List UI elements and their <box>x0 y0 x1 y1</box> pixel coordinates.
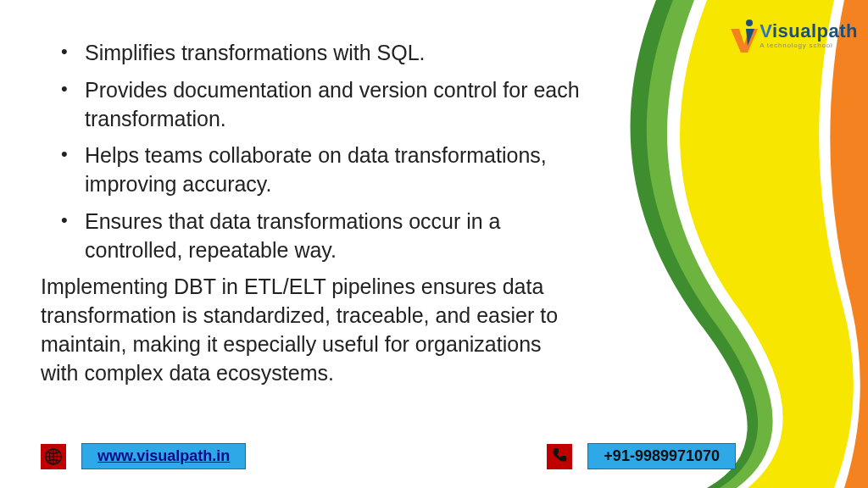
logo-mark <box>729 19 758 53</box>
brand-logo: Visualpath A technology school <box>729 19 858 53</box>
summary-paragraph: Implementing DBT in ETL/ELT pipelines en… <box>41 273 583 387</box>
phone-icon <box>547 444 572 469</box>
bullet-item: Helps teams collaborate on data transfor… <box>41 141 583 199</box>
logo-name-accent: V <box>760 20 772 42</box>
bullet-item: Provides documentation and version contr… <box>41 76 583 134</box>
content-area: Simplifies transformations with SQL. Pro… <box>41 39 583 387</box>
logo-tagline: A technology school <box>760 42 858 49</box>
footer: www.visualpath.in +91-9989971070 <box>41 443 736 469</box>
wave-decoration <box>580 0 868 488</box>
slide: Visualpath A technology school Simplifie… <box>0 0 868 488</box>
logo-name-rest: isualpath <box>772 20 858 42</box>
phone-number: +91-9989971070 <box>587 443 736 469</box>
bullet-item: Ensures that data transformations occur … <box>41 208 583 265</box>
globe-icon <box>41 444 66 469</box>
svg-point-0 <box>746 19 753 26</box>
website-link[interactable]: www.visualpath.in <box>81 443 246 469</box>
bullet-item: Simplifies transformations with SQL. <box>41 39 583 68</box>
logo-name: Visualpath <box>760 22 858 41</box>
logo-text: Visualpath A technology school <box>760 22 858 49</box>
bullet-list: Simplifies transformations with SQL. Pro… <box>41 39 583 264</box>
